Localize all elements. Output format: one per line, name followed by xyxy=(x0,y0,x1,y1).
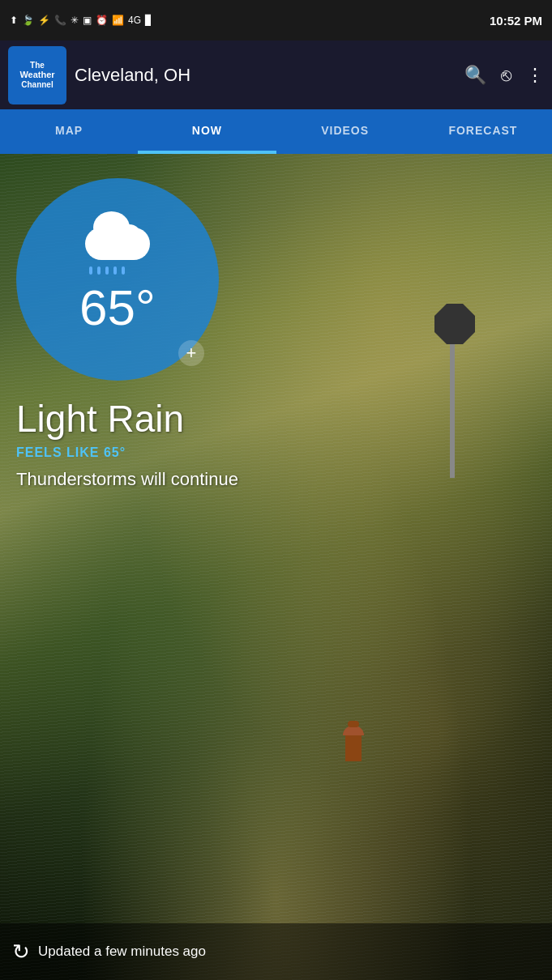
updated-bar: ↻ Updated a few minutes ago xyxy=(0,923,552,980)
wifi-icon: 📶 xyxy=(112,15,124,26)
rain-drop xyxy=(113,266,117,275)
status-time: 10:52 PM xyxy=(490,14,542,28)
tab-forecast[interactable]: FORECAST xyxy=(414,109,552,154)
temperature-display: 65° xyxy=(79,283,156,333)
rain-drop xyxy=(97,266,101,275)
logo-weather-text: Weather xyxy=(19,70,54,79)
forecast-description: Thunderstorms will continue xyxy=(16,468,536,492)
header-action-icons: 🔍 ⎋ ⋮ xyxy=(464,65,544,86)
plus-button[interactable]: + xyxy=(178,340,204,366)
hydrant-body xyxy=(345,733,362,761)
cloud-body xyxy=(85,228,150,260)
stop-sign xyxy=(434,304,475,344)
weather-main: 65° + Light Rain FEELS LIKE 65° Thunders… xyxy=(0,154,552,980)
status-left-icons: ⬆ 🍃 ⚡ 📞 ✳ ▣ ⏰ 📶 4G ▊ xyxy=(10,15,152,26)
share-icon[interactable]: ⎋ xyxy=(501,65,511,86)
logo-channel-text: Channel xyxy=(21,80,53,89)
bluetooth-icon: ✳ xyxy=(71,15,79,26)
hydrant-cap xyxy=(348,721,359,727)
fire-hydrant xyxy=(341,721,366,761)
city-name: Cleveland, OH xyxy=(75,65,456,86)
battery-charging-icon: ⬆ xyxy=(10,15,18,26)
tab-videos[interactable]: VIDEOS xyxy=(276,109,414,154)
weather-condition: Light Rain xyxy=(16,397,536,441)
more-options-icon[interactable]: ⋮ xyxy=(526,65,544,86)
rain-drop xyxy=(105,266,109,275)
cloud-rain-icon xyxy=(77,226,158,275)
tab-now[interactable]: NOW xyxy=(138,109,276,154)
signal-icon: ▊ xyxy=(145,15,152,26)
phone-icon: 📞 xyxy=(54,15,66,26)
rain-drop xyxy=(122,266,125,275)
updated-text: Updated a few minutes ago xyxy=(38,944,206,960)
rain-drop xyxy=(89,266,92,275)
search-icon[interactable]: 🔍 xyxy=(464,65,486,86)
usb-icon: ⚡ xyxy=(38,15,50,26)
weather-circle: 65° + xyxy=(16,178,219,381)
weather-info-section: Light Rain FEELS LIKE 65° Thunderstorms … xyxy=(16,397,536,492)
app-header: The Weather Channel Cleveland, OH 🔍 ⎋ ⋮ xyxy=(0,40,552,109)
feels-like-text: FEELS LIKE 65° xyxy=(16,445,536,460)
clock-icon: ⏰ xyxy=(96,15,108,26)
refresh-icon[interactable]: ↻ xyxy=(12,940,30,965)
nav-tabs: MAP NOW VIDEOS FORECAST xyxy=(0,109,552,154)
nfc-icon: ▣ xyxy=(83,15,92,26)
logo-the-text: The xyxy=(30,61,45,70)
status-bar: ⬆ 🍃 ⚡ 📞 ✳ ▣ ⏰ 📶 4G ▊ 10:52 PM xyxy=(0,0,552,40)
data-icon: 🍃 xyxy=(22,15,34,26)
app-logo: The Weather Channel xyxy=(8,46,66,104)
rain-drops xyxy=(89,266,125,275)
lte-icon: 4G xyxy=(128,15,141,26)
tab-map[interactable]: MAP xyxy=(0,109,138,154)
